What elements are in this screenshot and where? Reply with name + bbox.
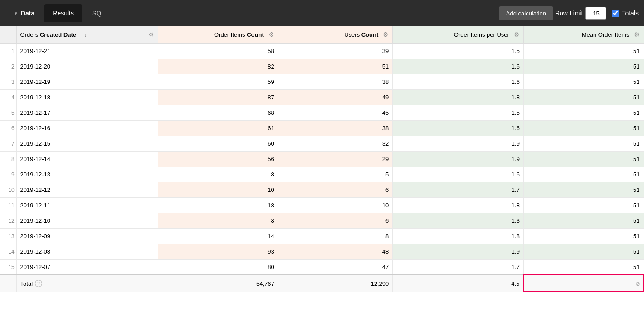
cell-date: 2019-12-15 — [16, 136, 158, 152]
toolbar: ▼ Data Results SQL Add calculation Row L… — [0, 0, 644, 26]
cell-users-count: 51 — [278, 59, 393, 74]
tab-sql[interactable]: SQL — [84, 4, 113, 22]
totals-info-icon: ? — [35, 280, 42, 287]
cell-users-count: 6 — [278, 182, 393, 198]
col-mean-title: Mean Order Items — [582, 31, 629, 38]
totals-order-count: 54,767 — [158, 275, 278, 292]
cell-rownum: 1 — [0, 43, 16, 59]
cell-users-count: 45 — [278, 105, 393, 121]
cell-order-count: 82 — [158, 59, 278, 74]
cell-users-count: 5 — [278, 167, 393, 182]
cell-rownum: 7 — [0, 136, 16, 152]
cell-users-count: 8 — [278, 229, 393, 244]
col-header-users-count: Users Count ⚙ — [278, 26, 393, 43]
tab-results-label: Results — [53, 10, 74, 17]
cell-items-per-user: 1.5 — [393, 43, 524, 59]
cell-items-per-user: 1.6 — [393, 121, 524, 136]
cell-date: 2019-12-09 — [16, 229, 158, 244]
cell-order-count: 87 — [158, 90, 278, 105]
table-row: 5 2019-12-17 68 45 1.5 51 — [0, 105, 644, 121]
row-limit-input[interactable] — [585, 7, 606, 20]
tab-data-arrow: ▼ — [14, 11, 18, 16]
cell-order-count: 8 — [158, 167, 278, 182]
table-row: 13 2019-12-09 14 8 1.8 51 — [0, 229, 644, 244]
tab-data-label: Data — [21, 10, 34, 17]
cell-items-per-user: 1.6 — [393, 59, 524, 74]
cell-rownum: 4 — [0, 90, 16, 105]
cell-order-count: 18 — [158, 198, 278, 213]
tab-results[interactable]: Results — [44, 4, 82, 22]
results-table-wrap: Orders Created Date ≡ ↓ ⚙ Order Items Co… — [0, 26, 644, 292]
cell-date: 2019-12-19 — [16, 74, 158, 90]
cell-mean: 51 — [523, 43, 644, 59]
cell-date: 2019-12-17 — [16, 105, 158, 121]
cell-items-per-user: 1.9 — [393, 244, 524, 260]
cell-order-count: 93 — [158, 244, 278, 260]
cell-rownum: 14 — [0, 244, 16, 260]
table-row: 4 2019-12-18 87 49 1.8 51 — [0, 90, 644, 105]
cell-date: 2019-12-10 — [16, 213, 158, 229]
filter-icon[interactable]: ≡ — [79, 32, 82, 38]
table-header-row: Orders Created Date ≡ ↓ ⚙ Order Items Co… — [0, 26, 644, 43]
cell-mean: 51 — [523, 136, 644, 152]
cell-items-per-user: 1.7 — [393, 260, 524, 275]
col-items-per-user-gear-icon[interactable]: ⚙ — [514, 31, 520, 38]
cell-order-count: 61 — [158, 121, 278, 136]
cell-order-count: 80 — [158, 260, 278, 275]
cell-order-count: 14 — [158, 229, 278, 244]
col-date-gear-icon[interactable]: ⚙ — [148, 31, 154, 38]
cell-rownum: 9 — [0, 167, 16, 182]
col-users-count-title: Users Count — [344, 31, 378, 38]
cell-users-count: 47 — [278, 260, 393, 275]
totals-checkbox[interactable] — [612, 10, 619, 17]
cell-date: 2019-12-13 — [16, 167, 158, 182]
cell-date: 2019-12-21 — [16, 43, 158, 59]
cell-mean: 51 — [523, 105, 644, 121]
cell-rownum: 2 — [0, 59, 16, 74]
cell-order-count: 8 — [158, 213, 278, 229]
table-row: 10 2019-12-12 10 6 1.7 51 — [0, 182, 644, 198]
totals-label-cell: Total ? — [16, 275, 158, 292]
totals-row: Total ? 54,767 12,290 4.5 ⊘ — [0, 275, 644, 292]
cell-rownum: 13 — [0, 229, 16, 244]
cell-rownum: 15 — [0, 260, 16, 275]
col-date-title: Orders Created Date ≡ ↓ — [20, 31, 87, 38]
cell-rownum: 6 — [0, 121, 16, 136]
cell-items-per-user: 1.8 — [393, 229, 524, 244]
col-header-rownum — [0, 26, 16, 43]
cell-mean: 51 — [523, 90, 644, 105]
table-row: 1 2019-12-21 58 39 1.5 51 — [0, 43, 644, 59]
add-calculation-button[interactable]: Add calculation — [499, 6, 553, 20]
col-users-count-gear-icon[interactable]: ⚙ — [383, 31, 389, 38]
table-row: 6 2019-12-16 61 38 1.6 51 — [0, 121, 644, 136]
col-mean-gear-icon[interactable]: ⚙ — [634, 31, 640, 38]
cell-mean: 51 — [523, 244, 644, 260]
col-order-count-gear-icon[interactable]: ⚙ — [268, 31, 274, 38]
tab-data[interactable]: ▼ Data — [5, 4, 43, 22]
cell-mean: 51 — [523, 260, 644, 275]
totals-label-text: Total — [20, 280, 33, 287]
sort-desc-icon[interactable]: ↓ — [84, 32, 87, 38]
cell-order-count: 68 — [158, 105, 278, 121]
cell-users-count: 39 — [278, 43, 393, 59]
cell-users-count: 48 — [278, 244, 393, 260]
cell-users-count: 32 — [278, 136, 393, 152]
cell-rownum: 3 — [0, 74, 16, 90]
cell-mean: 51 — [523, 121, 644, 136]
cell-date: 2019-12-07 — [16, 260, 158, 275]
cell-items-per-user: 1.8 — [393, 90, 524, 105]
table-row: 15 2019-12-07 80 47 1.7 51 — [0, 260, 644, 275]
totals-items-per-user: 4.5 — [393, 275, 524, 292]
cell-mean: 51 — [523, 152, 644, 167]
cell-users-count: 6 — [278, 213, 393, 229]
cell-mean: 51 — [523, 182, 644, 198]
cell-order-count: 56 — [158, 152, 278, 167]
cell-users-count: 10 — [278, 198, 393, 213]
cell-date: 2019-12-08 — [16, 244, 158, 260]
table-row: 14 2019-12-08 93 48 1.9 51 — [0, 244, 644, 260]
cell-items-per-user: 1.5 — [393, 105, 524, 121]
cell-date: 2019-12-20 — [16, 59, 158, 74]
cell-date: 2019-12-18 — [16, 90, 158, 105]
cell-items-per-user: 1.9 — [393, 152, 524, 167]
col-header-date: Orders Created Date ≡ ↓ ⚙ — [16, 26, 158, 43]
